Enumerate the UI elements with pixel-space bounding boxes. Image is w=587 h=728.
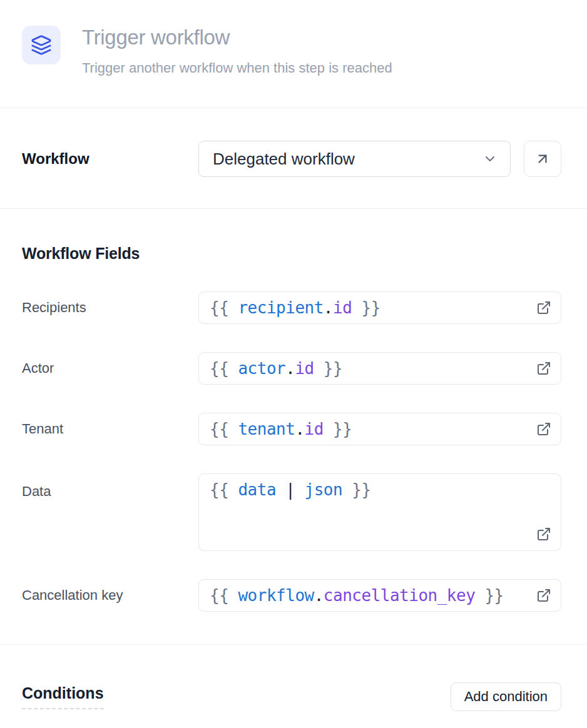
step-header: Trigger workflow Trigger another workflo… [0, 0, 587, 108]
field-row-tenant: Tenant {{ tenant.id }} [22, 413, 561, 445]
chevron-down-icon [482, 151, 498, 166]
page-title: Trigger workflow [82, 26, 392, 49]
recipients-value: {{ recipient.id }} [210, 298, 380, 317]
external-link-icon[interactable] [536, 588, 551, 603]
cancellation-key-label: Cancellation key [22, 587, 198, 604]
data-label: Data [22, 473, 198, 500]
cancellation-key-input[interactable]: {{ workflow.cancellation_key }} [198, 579, 561, 612]
external-link-icon[interactable] [536, 422, 551, 437]
conditions-section: Conditions Add condition [0, 645, 587, 728]
tenant-label: Tenant [22, 421, 198, 437]
recipients-label: Recipients [22, 300, 198, 316]
open-workflow-button[interactable] [524, 141, 561, 177]
workflow-selected-value: Delegated workflow [213, 149, 355, 169]
external-link-icon[interactable] [536, 361, 551, 376]
arrow-up-right-icon [534, 151, 551, 167]
actor-value: {{ actor.id }} [210, 359, 342, 378]
workflow-fields-heading: Workflow Fields [22, 245, 561, 263]
header-text: Trigger workflow Trigger another workflo… [82, 26, 392, 76]
field-row-recipients: Recipients {{ recipient.id }} [22, 291, 561, 324]
tenant-input[interactable]: {{ tenant.id }} [198, 413, 561, 445]
actor-input[interactable]: {{ actor.id }} [198, 352, 561, 385]
field-row-cancellation-key: Cancellation key {{ workflow.cancellatio… [22, 579, 561, 612]
workflow-select-row: Workflow Delegated workflow [0, 108, 587, 208]
tenant-value: {{ tenant.id }} [210, 420, 352, 438]
actor-label: Actor [22, 360, 198, 377]
cancellation-key-value: {{ workflow.cancellation_key }} [210, 586, 504, 605]
field-row-actor: Actor {{ actor.id }} [22, 352, 561, 385]
external-link-icon[interactable] [536, 300, 551, 315]
workflow-label: Workflow [22, 150, 198, 168]
workflow-fields-section: Workflow Fields Recipients {{ recipient.… [0, 209, 587, 644]
data-value: {{ data | json }} [210, 480, 371, 499]
external-link-icon[interactable] [536, 527, 551, 542]
field-row-data: Data {{ data | json }} [22, 473, 561, 551]
trigger-workflow-icon-tile [22, 26, 61, 64]
conditions-heading: Conditions [22, 684, 104, 709]
page-subtitle: Trigger another workflow when this step … [82, 60, 392, 76]
data-input[interactable]: {{ data | json }} [198, 473, 561, 551]
add-condition-button[interactable]: Add condition [451, 682, 561, 711]
recipients-input[interactable]: {{ recipient.id }} [198, 291, 561, 324]
workflow-select[interactable]: Delegated workflow [198, 141, 511, 177]
layers-icon [31, 34, 52, 56]
